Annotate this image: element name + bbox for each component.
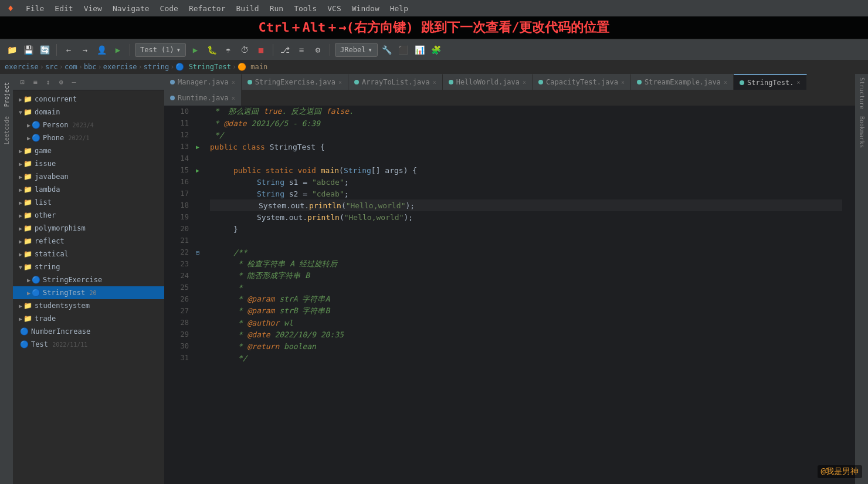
toolbar-git-btn[interactable]: ⎇ — [278, 43, 292, 57]
menu-code[interactable]: Code — [155, 3, 183, 14]
toolbar-debug-btn[interactable]: 🐛 — [205, 43, 219, 57]
toolbar-run-btn[interactable]: ▶ — [188, 43, 202, 57]
toolbar-config-dropdown[interactable]: Test (1) ▾ — [135, 43, 186, 57]
tree-arrow-lambda: ▶ — [19, 187, 22, 193]
tree-item-studentsystem[interactable]: ▶ 📁 studentsystem — [13, 299, 164, 312]
tree-item-numberincrease[interactable]: 🔵 NumberIncrease — [13, 325, 164, 338]
code-content[interactable]: * 那么返回 true. 反之返回 false. * @date 2021/6/… — [205, 106, 847, 484]
menu-vcs[interactable]: VCS — [323, 3, 345, 14]
file-tree-content[interactable]: ▶ 📁 concurrent ▼ 📁 domain ▶ 🔵 Person 202… — [13, 90, 164, 484]
tree-item-trade[interactable]: ▶ 📁 trade — [13, 312, 164, 325]
tree-item-test[interactable]: 🔵 Test 2022/11/11 — [13, 338, 164, 351]
tab-helloworld[interactable]: HelloWorld.java × — [443, 74, 533, 90]
breadcrumb-exercise[interactable]: exercise — [5, 63, 39, 71]
tree-item-phone[interactable]: ▶ 🔵 Phone 2022/1 — [13, 131, 164, 144]
tree-close-btn[interactable]: — — [69, 77, 79, 87]
tab-close-stringexercise[interactable]: × — [338, 79, 342, 86]
toolbar-settings-btn[interactable]: ⚙ — [311, 43, 325, 57]
tab-close-capacitytest[interactable]: × — [621, 79, 625, 86]
tree-item-other[interactable]: ▶ 📁 other — [13, 209, 164, 222]
menu-window[interactable]: Window — [347, 3, 384, 14]
tree-item-list[interactable]: ▶ 📁 list — [13, 196, 164, 209]
line-num-28: 28 — [169, 317, 189, 329]
toolbar-vcs-btn[interactable]: ≡ — [294, 43, 308, 57]
tree-label-phone: Phone 2022/1 — [43, 134, 89, 142]
menu-tools[interactable]: Tools — [289, 3, 321, 14]
menu-run[interactable]: Run — [265, 3, 288, 14]
tree-item-stringexercise[interactable]: ▶ 🔵 StringExercise — [13, 273, 164, 286]
tree-item-javabean[interactable]: ▶ 📁 javabean — [13, 170, 164, 183]
tab-close-manager[interactable]: × — [232, 79, 235, 86]
breadcrumb-string[interactable]: string — [144, 63, 169, 71]
toolbar-extra2-btn[interactable]: ⬛ — [396, 43, 411, 57]
tab-stringtest[interactable]: StringTest. × — [734, 74, 807, 90]
toolbar-extra4-btn[interactable]: 🧩 — [429, 43, 443, 57]
tree-item-person[interactable]: ▶ 🔵 Person 2023/4 — [13, 119, 164, 131]
tree-item-domain[interactable]: ▼ 📁 domain — [13, 106, 164, 119]
breadcrumb-stringtest[interactable]: 🔵 StringTest — [175, 63, 230, 71]
toolbar-back-btn[interactable]: ← — [62, 43, 76, 57]
sidebar-tab-structure[interactable]: Structure — [857, 74, 866, 113]
tab-close-streamexample[interactable]: × — [724, 79, 727, 86]
sidebar-tab-bookmarks[interactable]: Bookmarks — [857, 113, 866, 151]
tree-item-issue[interactable]: ▶ 📁 issue — [13, 157, 164, 170]
toolbar-profile-btn[interactable]: ⏱ — [238, 43, 252, 57]
toolbar-user-btn[interactable]: 👤 — [94, 43, 108, 57]
menu-edit[interactable]: Edit — [50, 3, 77, 14]
tab-close-stringtest[interactable]: × — [797, 79, 801, 86]
menu-build[interactable]: Build — [232, 3, 264, 14]
menu-refactor[interactable]: Refactor — [184, 3, 230, 14]
toolbar-stop-btn[interactable]: ■ — [254, 43, 268, 57]
tab-streamexample[interactable]: StreamExample.java × — [631, 74, 734, 90]
toolbar-refresh-btn[interactable]: 🔄 — [38, 43, 52, 57]
tab-manager[interactable]: Manager.java × — [164, 74, 242, 90]
breadcrumb-com[interactable]: com — [65, 63, 77, 71]
tree-item-lambda[interactable]: ▶ 📁 lambda — [13, 183, 164, 196]
tab-stringexercise[interactable]: StringExercise.java × — [242, 74, 348, 90]
menu-help[interactable]: Help — [385, 3, 413, 14]
tab-arraytolist[interactable]: ArrayToList.java × — [348, 74, 443, 90]
java-icon-person: 🔵 — [32, 121, 40, 129]
gutter-22-fold[interactable]: ⊟ — [194, 246, 202, 258]
sidebar-tab-project[interactable]: Project — [2, 79, 11, 110]
tab-capacitytest[interactable]: CapacityTest.java × — [533, 74, 631, 90]
toolbar-coverage-btn[interactable]: ☂ — [221, 43, 235, 57]
toolbar-extra-btn[interactable]: 🔧 — [380, 43, 394, 57]
tree-item-string[interactable]: ▼ 📁 string — [13, 260, 164, 273]
tree-header-btn-2[interactable]: ≡ — [30, 77, 40, 87]
tree-header-btn-3[interactable]: ↕ — [43, 77, 53, 87]
toolbar-open-btn[interactable]: 📁 — [5, 43, 19, 57]
tree-item-statical[interactable]: ▶ 📁 statical — [13, 248, 164, 260]
code-editor[interactable]: 10 11 12 13 14 15 16 17 18 19 20 21 22 2… — [164, 106, 855, 484]
tree-item-game[interactable]: ▶ 📁 game — [13, 144, 164, 157]
breadcrumb-src[interactable]: src — [45, 63, 58, 71]
tree-item-concurrent[interactable]: ▶ 📁 concurrent — [13, 93, 164, 106]
toolbar-save-btn[interactable]: 💾 — [21, 43, 35, 57]
tree-header-btn-1[interactable]: ⊡ — [18, 77, 27, 87]
tree-settings-btn[interactable]: ⚙ — [56, 77, 66, 87]
tab-close-helloworld[interactable]: × — [523, 79, 526, 86]
tab-label-manager: Manager.java — [178, 78, 229, 86]
tree-arrow-studentsystem: ▶ — [19, 303, 22, 309]
tree-item-reflect[interactable]: ▶ 📁 reflect — [13, 235, 164, 248]
menu-file[interactable]: File — [21, 3, 49, 14]
sidebar-tab-leetcode[interactable]: Leetcode — [2, 113, 11, 148]
tab-runtime[interactable]: Runtime.java × — [164, 90, 242, 106]
breadcrumb-bbc[interactable]: bbc — [84, 63, 97, 71]
gutter-15-run[interactable]: ▶ — [194, 164, 202, 176]
breadcrumb-main[interactable]: 🟠 main — [238, 63, 267, 71]
toolbar-search-btn[interactable]: ▶ — [111, 43, 125, 57]
menu-navigate[interactable]: Navigate — [108, 3, 154, 14]
tab-close-runtime[interactable]: × — [232, 95, 235, 101]
right-scrollbar[interactable] — [847, 106, 855, 484]
toolbar-extra3-btn[interactable]: 📊 — [413, 43, 427, 57]
line-num-22: 22 — [169, 246, 189, 258]
gutter-13-run[interactable]: ▶ — [194, 141, 202, 153]
tab-close-arraytolist[interactable]: × — [433, 79, 436, 86]
toolbar-forward-btn[interactable]: → — [78, 43, 92, 57]
tree-item-stringtest[interactable]: ▶ 🔵 StringTest 20 — [13, 286, 164, 299]
breadcrumb-exercise2[interactable]: exercise — [103, 63, 137, 71]
menu-view[interactable]: View — [79, 3, 107, 14]
jrebel-dropdown[interactable]: JRebel ▾ — [335, 43, 378, 57]
tree-item-polymorphism[interactable]: ▶ 📁 polymorphism — [13, 222, 164, 235]
